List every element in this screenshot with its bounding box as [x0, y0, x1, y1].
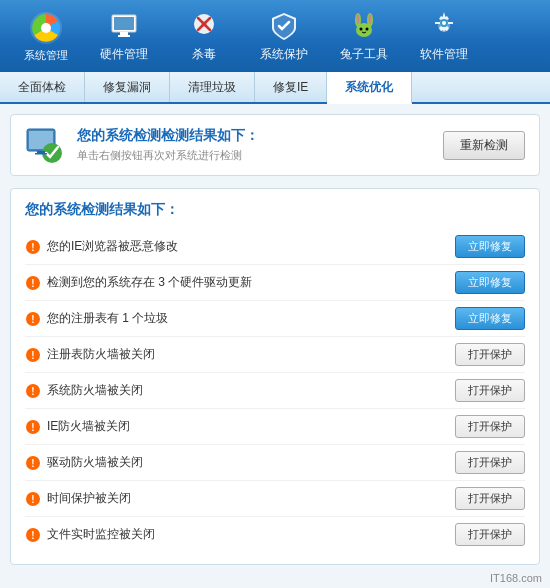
warning-icon: ! — [25, 419, 41, 435]
svg-point-16 — [360, 27, 363, 30]
summary-title: 您的系统检测检测结果如下： — [77, 127, 259, 145]
tab-repair[interactable]: 修复漏洞 — [85, 72, 170, 102]
nav-hardware[interactable]: 硬件管理 — [86, 6, 162, 66]
tab-repair-ie[interactable]: 修复IE — [255, 72, 327, 102]
tab-optimize[interactable]: 系统优化 — [327, 72, 412, 104]
svg-rect-4 — [120, 32, 128, 35]
nav-kill-label: 杀毒 — [192, 46, 216, 63]
result-left: ! 驱动防火墙被关闭 — [25, 454, 455, 471]
action-button-6[interactable]: 打开保护 — [455, 451, 525, 474]
nav-rabbit-label: 兔子工具 — [340, 46, 388, 63]
shield-icon — [268, 10, 300, 42]
svg-text:!: ! — [31, 422, 34, 433]
svg-text:!: ! — [31, 494, 34, 505]
svg-point-1 — [41, 23, 51, 33]
result-text: IE防火墙被关闭 — [47, 418, 130, 435]
watermark: IT168.com — [490, 572, 542, 584]
main-content: 您的系统检测检测结果如下： 单击右侧按钮再次对系统进行检测 重新检测 您的系统检… — [0, 104, 550, 588]
nav-protect-label: 系统保护 — [260, 46, 308, 63]
svg-text:!: ! — [31, 530, 34, 541]
result-row: ! 时间保护被关闭 打开保护 — [25, 481, 525, 517]
svg-point-15 — [369, 14, 372, 24]
result-text: 时间保护被关闭 — [47, 490, 131, 507]
svg-point-14 — [357, 14, 360, 24]
result-left: ! 您的注册表有 1 个垃圾 — [25, 310, 455, 327]
results-panel: 您的系统检测结果如下： ! 您的IE浏览器被恶意修改 立即修复 ! 检测到您的系… — [10, 188, 540, 565]
result-left: ! 文件实时监控被关闭 — [25, 526, 455, 543]
result-text: 您的IE浏览器被恶意修改 — [47, 238, 178, 255]
logo-text: 系统管理 — [24, 48, 68, 63]
nav-hardware-label: 硬件管理 — [100, 46, 148, 63]
summary-subtitle: 单击右侧按钮再次对系统进行检测 — [77, 148, 259, 163]
summary-left: 您的系统检测检测结果如下： 单击右侧按钮再次对系统进行检测 — [25, 125, 259, 165]
result-text: 检测到您的系统存在 3 个硬件驱动更新 — [47, 274, 252, 291]
action-button-3[interactable]: 打开保护 — [455, 343, 525, 366]
result-row: ! 您的注册表有 1 个垃圾 立即修复 — [25, 301, 525, 337]
result-text: 您的注册表有 1 个垃圾 — [47, 310, 168, 327]
result-row: ! 检测到您的系统存在 3 个硬件驱动更新 立即修复 — [25, 265, 525, 301]
warning-icon: ! — [25, 347, 41, 363]
tab-bar: 全面体检 修复漏洞 清理垃圾 修复IE 系统优化 — [0, 72, 550, 104]
action-button-8[interactable]: 打开保护 — [455, 523, 525, 546]
result-text: 驱动防火墙被关闭 — [47, 454, 143, 471]
svg-rect-23 — [37, 151, 45, 153]
action-button-1[interactable]: 立即修复 — [455, 271, 525, 294]
svg-text:!: ! — [31, 386, 34, 397]
warning-icon: ! — [25, 455, 41, 471]
nav-kill[interactable]: 杀毒 — [166, 6, 242, 66]
warning-icon: ! — [25, 383, 41, 399]
result-row: ! 文件实时监控被关闭 打开保护 — [25, 517, 525, 552]
nav-software[interactable]: 软件管理 — [406, 6, 482, 66]
svg-text:!: ! — [31, 314, 34, 325]
nav-rabbit[interactable]: 兔子工具 — [326, 6, 402, 66]
gear-icon — [428, 10, 460, 42]
kill-icon — [188, 10, 220, 42]
nav-software-label: 软件管理 — [420, 46, 468, 63]
rescan-button[interactable]: 重新检测 — [443, 131, 525, 160]
svg-point-17 — [366, 27, 369, 30]
action-button-7[interactable]: 打开保护 — [455, 487, 525, 510]
monitor-icon — [108, 10, 140, 42]
result-left: ! 您的IE浏览器被恶意修改 — [25, 238, 455, 255]
result-left: ! IE防火墙被关闭 — [25, 418, 455, 435]
warning-icon: ! — [25, 491, 41, 507]
results-title: 您的系统检测结果如下： — [25, 201, 525, 219]
summary-box: 您的系统检测检测结果如下： 单击右侧按钮再次对系统进行检测 重新检测 — [10, 114, 540, 176]
action-button-5[interactable]: 打开保护 — [455, 415, 525, 438]
svg-rect-3 — [114, 17, 134, 30]
warning-icon: ! — [25, 275, 41, 291]
svg-text:!: ! — [31, 278, 34, 289]
svg-rect-5 — [118, 35, 130, 37]
svg-text:!: ! — [31, 242, 34, 253]
svg-point-19 — [442, 21, 446, 25]
result-left: ! 时间保护被关闭 — [25, 490, 455, 507]
header: 系统管理 硬件管理 杀毒 系统保护 — [0, 0, 550, 72]
result-row: ! 注册表防火墙被关闭 打开保护 — [25, 337, 525, 373]
summary-text: 您的系统检测检测结果如下： 单击右侧按钮再次对系统进行检测 — [77, 127, 259, 163]
action-button-2[interactable]: 立即修复 — [455, 307, 525, 330]
result-text: 注册表防火墙被关闭 — [47, 346, 155, 363]
svg-point-10 — [201, 21, 207, 27]
result-row: ! 驱动防火墙被关闭 打开保护 — [25, 445, 525, 481]
result-row: ! IE防火墙被关闭 打开保护 — [25, 409, 525, 445]
result-row: ! 系统防火墙被关闭 打开保护 — [25, 373, 525, 409]
action-button-4[interactable]: 打开保护 — [455, 379, 525, 402]
rabbit-icon — [348, 10, 380, 42]
action-button-0[interactable]: 立即修复 — [455, 235, 525, 258]
warning-icon: ! — [25, 311, 41, 327]
logo-icon — [28, 10, 64, 46]
result-left: ! 检测到您的系统存在 3 个硬件驱动更新 — [25, 274, 455, 291]
tab-full[interactable]: 全面体检 — [0, 72, 85, 102]
svg-rect-24 — [35, 153, 47, 155]
logo[interactable]: 系统管理 — [10, 10, 82, 63]
svg-text:!: ! — [31, 458, 34, 469]
result-row: ! 您的IE浏览器被恶意修改 立即修复 — [25, 229, 525, 265]
result-left: ! 系统防火墙被关闭 — [25, 382, 455, 399]
tab-clean[interactable]: 清理垃圾 — [170, 72, 255, 102]
svg-text:!: ! — [31, 350, 34, 361]
nav-protect[interactable]: 系统保护 — [246, 6, 322, 66]
result-left: ! 注册表防火墙被关闭 — [25, 346, 455, 363]
warning-icon: ! — [25, 527, 41, 543]
summary-pc-icon — [25, 125, 65, 165]
warning-icon: ! — [25, 239, 41, 255]
